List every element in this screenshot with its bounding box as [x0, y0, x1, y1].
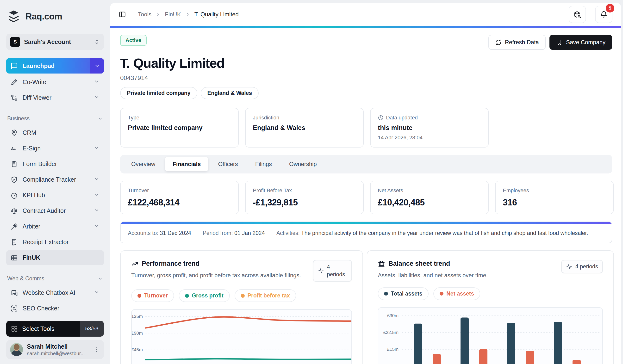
- package-search-icon: [574, 11, 581, 18]
- sidebar-item-label: Arbiter: [22, 223, 89, 230]
- bookmark-icon: [556, 39, 563, 46]
- activity-icon: [566, 264, 572, 270]
- sidebar-item-site-uptime[interactable]: Site Uptime: [6, 316, 104, 321]
- data-updated-value: this minute: [378, 124, 481, 132]
- chevron-right-icon: [156, 12, 160, 17]
- legend-net-assets[interactable]: Net assets: [433, 287, 480, 300]
- topbar: Tools FinUK T. Quality Limited 5: [110, 3, 621, 26]
- svg-text:£135m: £135m: [132, 314, 143, 319]
- sidebar-item-contract-auditor[interactable]: Contract Auditor: [6, 203, 104, 218]
- strip-accent-gradient: [121, 222, 612, 224]
- sidebar-item-label: Launchpad: [22, 63, 55, 69]
- sidebar-nav: Launchpad Co-WriteDiff ViewerBusinessCRM…: [6, 58, 104, 321]
- messages-icon: [11, 289, 18, 297]
- legend-gross-profit[interactable]: Gross profit: [179, 289, 230, 302]
- strip-item-accounts-to: Accounts to: 31 Dec 2024: [128, 230, 191, 236]
- activity-icon: [318, 268, 324, 274]
- sidebar-item-co-write[interactable]: Co-Write: [6, 74, 104, 90]
- page-title: T. Quality Limited: [120, 56, 612, 71]
- sidebar-item-label: KPI Hub: [22, 192, 89, 199]
- breadcrumb-finuk[interactable]: FinUK: [165, 11, 181, 18]
- periods-badge: 4 periods: [561, 260, 603, 273]
- sidebar-item-form-builder[interactable]: Form Builder: [6, 156, 104, 171]
- launchpad-expand-button[interactable]: [90, 58, 104, 74]
- sidebar-item-arbiter[interactable]: Arbiter: [6, 219, 104, 234]
- legend-dot: [137, 294, 141, 298]
- sidebar-item-label: Contract Auditor: [22, 207, 89, 214]
- sidebar-item-e-sign[interactable]: E-Sign: [6, 141, 104, 156]
- sidebar-item-finuk[interactable]: FinUK: [6, 250, 104, 265]
- legend-label: Profit before tax: [247, 292, 290, 299]
- refresh-data-button[interactable]: Refresh Data: [489, 35, 546, 50]
- kebab-menu-icon[interactable]: [94, 346, 100, 353]
- tab-overview[interactable]: Overview: [124, 157, 163, 171]
- sidebar-item-kpi-hub[interactable]: KPI Hub: [6, 188, 104, 203]
- tab-ownership[interactable]: Ownership: [281, 157, 324, 171]
- tab-financials[interactable]: Financials: [165, 157, 208, 171]
- user-profile-card[interactable]: Sarah Mitchell sarah.mitchell@westbur...: [6, 340, 104, 359]
- notifications-button[interactable]: 5: [595, 6, 612, 23]
- legend-turnover[interactable]: Turnover: [131, 289, 174, 302]
- sidebar-section-web-comms[interactable]: Web & Comms: [7, 275, 103, 282]
- sidebar-item-seo-checker[interactable]: SEO Checker: [6, 301, 104, 316]
- package-search-button[interactable]: [569, 6, 586, 23]
- jurisdiction-tag: England & Wales: [201, 87, 259, 99]
- balance-chart: £30m£22.5m£15m£7.5m: [378, 307, 603, 364]
- sidebar-item-receipt-extractor[interactable]: Receipt Extractor: [6, 235, 104, 250]
- pencil-icon: [11, 79, 18, 86]
- save-company-label: Save Company: [566, 39, 605, 46]
- legend-total-assets[interactable]: Total assets: [378, 287, 428, 300]
- clipboard-icon: [11, 160, 18, 168]
- breadcrumb-tools[interactable]: Tools: [138, 11, 151, 18]
- type-value: Private limited company: [128, 124, 231, 132]
- data-updated-timestamp: 14 Apr 2026, 23:04: [378, 134, 481, 141]
- layers-logo-icon: [6, 9, 21, 24]
- sidebar-section-label: Business: [7, 115, 98, 122]
- company-tags: Private limited company England & Wales: [120, 87, 612, 99]
- tab-filings[interactable]: Filings: [247, 157, 280, 171]
- type-card: Type Private limited company: [120, 108, 239, 148]
- account-switcher[interactable]: S Sarah's Account: [6, 34, 104, 50]
- balance-sheet-subtitle: Assets, liabilities, and net assets over…: [378, 271, 488, 280]
- sidebar-item-compliance-tracker[interactable]: Compliance Tracker: [6, 172, 104, 187]
- receipt-icon: [11, 238, 18, 246]
- sidebar-item-label: CRM: [22, 129, 99, 136]
- sidebar-item-diff-viewer[interactable]: Diff Viewer: [6, 90, 104, 105]
- brand-logo-row: Raq.com: [6, 9, 104, 24]
- select-tools-button[interactable]: Select Tools 53/53: [6, 321, 104, 337]
- sidebar-section-business[interactable]: Business: [7, 115, 103, 122]
- user-name: Sarah Mitchell: [27, 343, 90, 350]
- bell-icon: [600, 11, 608, 18]
- legend-profit-before-tax[interactable]: Profit before tax: [235, 289, 296, 302]
- select-tools-main[interactable]: Select Tools: [6, 321, 80, 337]
- message-square-icon: [11, 62, 18, 69]
- jurisdiction-value: England & Wales: [253, 124, 356, 132]
- content: Active Refresh Data Save Company T. Qual…: [110, 28, 621, 364]
- sidebar-item-crm[interactable]: CRM: [6, 125, 104, 140]
- panel-left-toggle-icon[interactable]: [119, 11, 126, 18]
- metric-card-net-assets: Net Assets£10,420,485: [370, 181, 489, 214]
- strip-item-activities: Activities: The principal activity of th…: [276, 230, 604, 236]
- sidebar-item-website-chatbox-ai[interactable]: Website Chatbox AI: [6, 285, 104, 300]
- data-updated-label: Data updated: [386, 115, 418, 121]
- chevron-down-icon: [94, 223, 99, 229]
- metric-card-turnover: Turnover£122,468,314: [120, 181, 239, 214]
- jurisdiction-card: Jurisdiction England & Wales: [245, 108, 364, 148]
- metric-value: £122,468,314: [128, 197, 231, 208]
- performance-chart: £135m£90m£45m£0: [131, 309, 352, 364]
- table-icon: [11, 254, 18, 261]
- sidebar-item-launchpad[interactable]: Launchpad: [6, 58, 104, 74]
- chevron-down-icon: [94, 192, 99, 197]
- shield-check-icon: [11, 176, 18, 183]
- metric-card-employees: Employees316: [495, 181, 614, 214]
- chevron-right-icon: [185, 12, 190, 17]
- save-company-button[interactable]: Save Company: [549, 35, 612, 50]
- sidebar-item-label: FinUK: [22, 254, 99, 261]
- charts-row: Performance trend Turnover, gross profit…: [120, 250, 612, 364]
- chevron-down-icon: [94, 176, 99, 182]
- signature-icon: [11, 145, 18, 152]
- user-email: sarah.mitchell@westbur...: [27, 351, 87, 356]
- sidebar-item-label: Receipt Extractor: [22, 238, 99, 246]
- launchpad-main[interactable]: Launchpad: [6, 58, 90, 74]
- tab-officers[interactable]: Officers: [210, 157, 245, 171]
